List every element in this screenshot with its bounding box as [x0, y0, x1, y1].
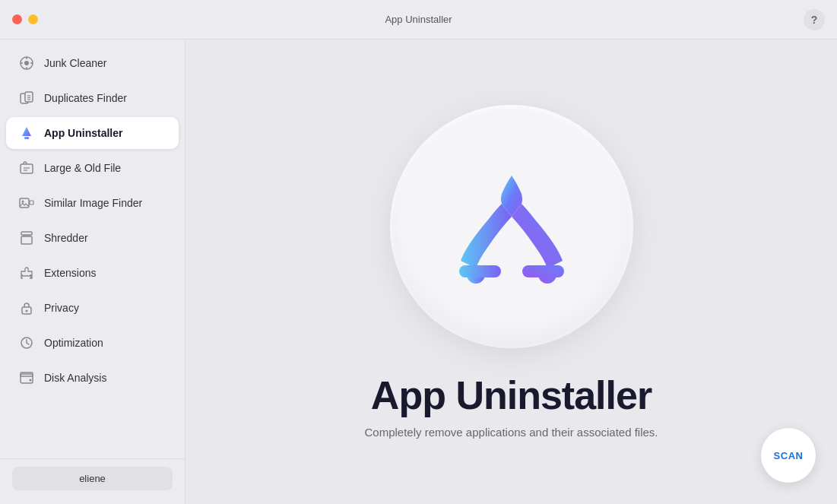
- app-uninstaller-icon: [18, 125, 35, 141]
- sidebar-item-disk-analysis[interactable]: Disk Analysis: [6, 362, 179, 394]
- minimize-button[interactable]: [28, 14, 38, 24]
- app-icon-wrapper: [390, 105, 633, 348]
- close-button[interactable]: [12, 14, 22, 24]
- large-old-file-icon: [18, 160, 35, 176]
- similar-image-finder-label: Similar Image Finder: [44, 197, 142, 209]
- svg-rect-11: [24, 137, 29, 139]
- app-uninstaller-main-icon: [447, 162, 576, 291]
- svg-rect-12: [21, 164, 33, 173]
- sidebar-item-duplicates-finder[interactable]: Duplicates Finder: [6, 82, 179, 114]
- shredder-icon: [18, 230, 35, 246]
- privacy-icon: [18, 300, 35, 316]
- svg-rect-32: [522, 265, 564, 277]
- duplicates-finder-icon: [18, 90, 35, 106]
- help-button[interactable]: ?: [804, 9, 825, 30]
- svg-rect-7: [25, 92, 33, 102]
- svg-rect-17: [30, 201, 33, 204]
- titlebar: App Uninstaller ?: [0, 0, 837, 40]
- svg-point-24: [26, 310, 28, 312]
- sidebar: Junk Cleaner Duplicates Finder: [0, 40, 185, 504]
- sidebar-item-extensions[interactable]: Extensions: [6, 257, 179, 289]
- sidebar-item-app-uninstaller[interactable]: App Uninstaller: [6, 117, 179, 149]
- svg-point-1: [24, 61, 29, 65]
- sidebar-item-privacy[interactable]: Privacy: [6, 292, 179, 324]
- disk-analysis-label: Disk Analysis: [44, 372, 106, 384]
- svg-rect-18: [21, 232, 32, 235]
- sidebar-footer: eliene: [0, 458, 185, 498]
- svg-rect-31: [459, 265, 501, 277]
- sidebar-item-similar-image-finder[interactable]: Similar Image Finder: [6, 187, 179, 219]
- optimization-label: Optimization: [44, 337, 103, 349]
- junk-cleaner-label: Junk Cleaner: [44, 57, 107, 69]
- svg-rect-15: [20, 198, 29, 208]
- sidebar-item-optimization[interactable]: Optimization: [6, 327, 179, 359]
- privacy-label: Privacy: [44, 302, 79, 314]
- app-uninstaller-label: App Uninstaller: [44, 127, 122, 139]
- main-layout: Junk Cleaner Duplicates Finder: [0, 40, 837, 504]
- content-area: App Uninstaller Completely remove applic…: [185, 40, 837, 504]
- junk-cleaner-icon: [18, 55, 35, 71]
- similar-image-finder-icon: [18, 195, 35, 211]
- shredder-label: Shredder: [44, 232, 88, 244]
- window-title: App Uninstaller: [385, 14, 452, 25]
- svg-rect-19: [21, 236, 32, 244]
- traffic-lights: [12, 14, 38, 24]
- large-old-file-label: Large & Old File: [44, 162, 121, 174]
- content-subtitle: Completely remove applications and their…: [364, 426, 658, 439]
- sidebar-item-junk-cleaner[interactable]: Junk Cleaner: [6, 47, 179, 79]
- sidebar-item-shredder[interactable]: Shredder: [6, 222, 179, 254]
- user-button[interactable]: eliene: [12, 467, 173, 490]
- content-title: App Uninstaller: [371, 372, 652, 418]
- duplicates-finder-label: Duplicates Finder: [44, 92, 127, 104]
- disk-analysis-icon: [18, 369, 35, 386]
- optimization-icon: [18, 334, 35, 351]
- sidebar-item-large-old-file[interactable]: Large & Old File: [6, 152, 179, 184]
- extensions-icon: [18, 265, 35, 281]
- scan-button[interactable]: SCAN: [761, 428, 816, 483]
- extensions-label: Extensions: [44, 267, 96, 279]
- svg-rect-26: [21, 374, 33, 383]
- svg-point-28: [30, 379, 32, 382]
